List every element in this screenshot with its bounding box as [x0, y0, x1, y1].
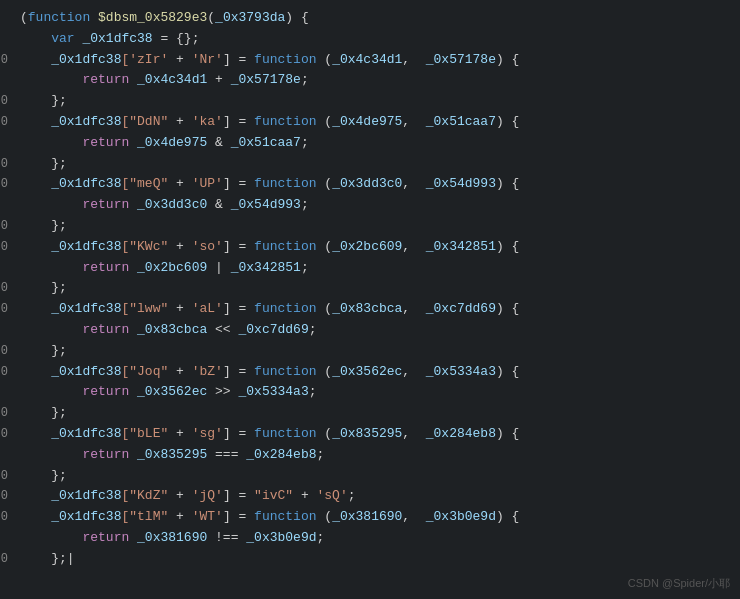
code-line: 0 }; [0, 466, 740, 487]
token: function [254, 114, 316, 129]
token: return [82, 384, 129, 399]
line-number: 0 [0, 300, 20, 319]
token: }; [20, 93, 67, 108]
token: ) { [496, 301, 519, 316]
token: | [67, 551, 75, 566]
token: _0x3dd3c0 [332, 176, 402, 191]
code-line: return _0x3562ec >> _0x5334a3; [0, 382, 740, 403]
token: _0x835295 [137, 447, 207, 462]
token: _0x3793da [215, 10, 285, 25]
token [20, 301, 51, 316]
token: ["meQ" [121, 176, 168, 191]
token [20, 52, 51, 67]
token: _0x342851 [426, 239, 496, 254]
token: }; [20, 468, 67, 483]
token: ["lww" [121, 301, 168, 316]
token: ) { [496, 509, 519, 524]
token: _0x342851 [231, 260, 301, 275]
token: ; [301, 135, 309, 150]
line-content: _0x1dfc38["meQ" + 'UP'] = function (_0x3… [20, 174, 732, 195]
token [129, 197, 137, 212]
token: + [168, 52, 191, 67]
token [20, 488, 51, 503]
line-content: }; [20, 341, 732, 362]
token: << [207, 322, 238, 337]
code-line: return _0x835295 === _0x284eb8; [0, 445, 740, 466]
token: function [254, 509, 316, 524]
token [90, 10, 98, 25]
token: 'UP' [192, 176, 223, 191]
token [20, 72, 82, 87]
token: _0x1dfc38 [51, 301, 121, 316]
token: ( [20, 10, 28, 25]
code-line: return _0x4de975 & _0x51caa7; [0, 133, 740, 154]
token: _0x835295 [332, 426, 402, 441]
token [20, 114, 51, 129]
line-number: 0 [0, 217, 20, 236]
token: }; [20, 551, 67, 566]
token [129, 447, 137, 462]
line-number: 0 [0, 363, 20, 382]
token: + [168, 364, 191, 379]
token: ] = [223, 301, 254, 316]
token: 'sQ' [317, 488, 348, 503]
token: function [254, 176, 316, 191]
line-content: return _0x4de975 & _0x51caa7; [20, 133, 732, 154]
line-number: 0 [0, 487, 20, 506]
token: ( [207, 10, 215, 25]
line-content: return _0x2bc609 | _0x342851; [20, 258, 732, 279]
token [20, 135, 82, 150]
token [129, 135, 137, 150]
token: ( [317, 509, 333, 524]
line-number: 0 [0, 155, 20, 174]
token: = {}; [153, 31, 200, 46]
token: !== [207, 530, 246, 545]
code-container: (function $dbsm_0x5829e3(_0x3793da) { va… [0, 0, 740, 599]
token: _0x51caa7 [426, 114, 496, 129]
token: ['zIr' [121, 52, 168, 67]
line-content: _0x1dfc38["DdN" + 'ka'] = function (_0x4… [20, 112, 732, 133]
token: 'Nr' [192, 52, 223, 67]
token: ) { [496, 52, 519, 67]
token: ["bLE" [121, 426, 168, 441]
token: ["tlM" [121, 509, 168, 524]
code-line: 0 _0x1dfc38["KWc" + 'so'] = function (_0… [0, 237, 740, 258]
token: return [82, 260, 129, 275]
token [20, 260, 82, 275]
token [20, 239, 51, 254]
line-content: _0x1dfc38["bLE" + 'sg'] = function (_0x8… [20, 424, 732, 445]
token: _0x284eb8 [246, 447, 316, 462]
token: 'so' [192, 239, 223, 254]
token: _0x51caa7 [231, 135, 301, 150]
token: , [402, 364, 425, 379]
line-number: 0 [0, 279, 20, 298]
token: _0x4c34d1 [332, 52, 402, 67]
token [129, 530, 137, 545]
token: ) { [496, 114, 519, 129]
token: _0x284eb8 [426, 426, 496, 441]
token: return [82, 72, 129, 87]
token: + [293, 488, 316, 503]
code-line: var _0x1dfc38 = {}; [0, 29, 740, 50]
token: + [168, 239, 191, 254]
line-number: 0 [0, 51, 20, 70]
token: 'jQ' [192, 488, 223, 503]
code-line: 0 _0x1dfc38["DdN" + 'ka'] = function (_0… [0, 112, 740, 133]
token: }; [20, 156, 67, 171]
token: }; [20, 280, 67, 295]
token: _0x83cbca [332, 301, 402, 316]
line-number: 0 [0, 342, 20, 361]
token: ["KdZ" [121, 488, 168, 503]
token: ["KWc" [121, 239, 168, 254]
token: ( [317, 239, 333, 254]
token: 'WT' [192, 509, 223, 524]
code-line: 0 }; [0, 91, 740, 112]
token: , [402, 301, 425, 316]
token: _0x3562ec [137, 384, 207, 399]
line-content: return _0x3562ec >> _0x5334a3; [20, 382, 732, 403]
token: function [254, 52, 316, 67]
token: _0x4c34d1 [137, 72, 207, 87]
token: ) { [496, 364, 519, 379]
token: + [207, 72, 230, 87]
token: _0x5334a3 [426, 364, 496, 379]
